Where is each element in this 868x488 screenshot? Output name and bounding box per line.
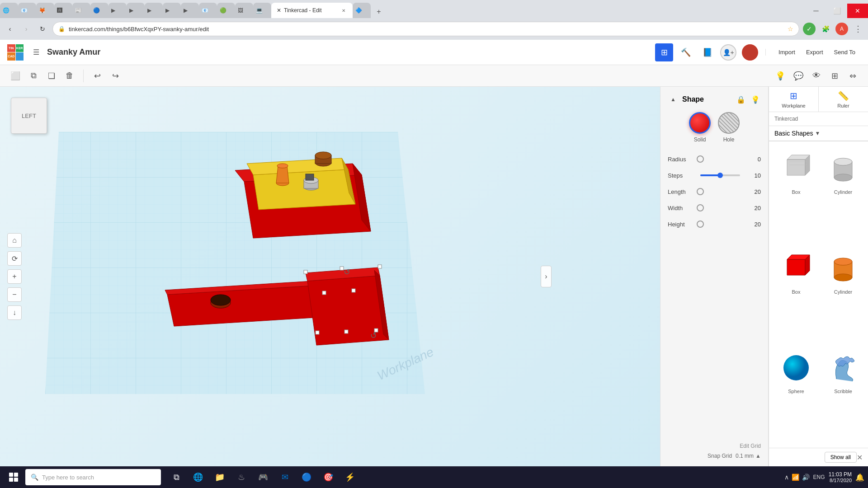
edge-button[interactable]: 🌐 xyxy=(188,467,208,487)
height-radio[interactable] xyxy=(697,221,704,228)
tinkercad-logo[interactable]: TIN KER CAD xyxy=(7,44,24,61)
undo-button[interactable]: ↩ xyxy=(89,68,105,84)
view-cube[interactable]: LEFT xyxy=(11,98,47,134)
shape-item-orange-cylinder[interactable]: Cylinder xyxy=(821,247,865,343)
url-input[interactable]: 🔒 tinkercad.com/things/b6BfwcXqxPY-swank… xyxy=(52,22,799,36)
send-to-button[interactable]: Send To xyxy=(829,49,861,56)
profile-button[interactable]: A xyxy=(835,23,848,35)
ruler-button[interactable]: 📏 Ruler xyxy=(819,87,868,112)
delete-button[interactable]: 🗑 xyxy=(61,68,78,84)
redo-button[interactable]: ↪ xyxy=(107,68,123,84)
home-button[interactable]: ⌂ xyxy=(7,233,22,248)
mirror-button[interactable]: ⇔ xyxy=(844,68,861,84)
tab-17[interactable]: 🔷 xyxy=(353,3,371,18)
minimize-button[interactable]: ─ xyxy=(806,4,826,18)
zoom-out-button[interactable]: − xyxy=(7,287,22,302)
tab-2[interactable]: 📧 xyxy=(18,3,36,18)
tab-7[interactable]: ▶ xyxy=(108,3,127,18)
steps-slider-thumb[interactable] xyxy=(717,173,723,178)
fit-button[interactable]: ↓ xyxy=(7,305,22,320)
hole-option[interactable]: Hole xyxy=(718,112,740,143)
arduino-button[interactable]: ⚡ xyxy=(340,467,360,487)
shape-panel-toggle[interactable]: › xyxy=(541,266,552,287)
zoom-in-button[interactable]: + xyxy=(7,269,22,284)
tab-1[interactable]: 🌐 xyxy=(0,3,18,18)
browser-profile[interactable]: ✓ xyxy=(803,23,816,35)
notification-button[interactable]: 🔔 xyxy=(855,473,864,482)
add-user-button[interactable]: 👤+ xyxy=(720,44,736,61)
chrome-button[interactable]: 🔵 xyxy=(297,467,316,487)
bookmark-icon[interactable]: ☆ xyxy=(788,25,793,33)
close-panel-button[interactable]: ✕ xyxy=(857,453,863,462)
snap-grid-value[interactable]: 0.1 mm ▲ xyxy=(736,453,761,459)
shape-item-gray-box[interactable]: Box xyxy=(774,147,818,243)
tab-15[interactable]: 💻 xyxy=(253,3,271,18)
new-tab-button[interactable]: + xyxy=(373,5,385,18)
tab-active-tinkercad[interactable]: ✕ Tinkercad - Edit ✕ xyxy=(271,3,353,18)
language-indicator[interactable]: ENG xyxy=(813,474,825,480)
import-button[interactable]: Import xyxy=(773,49,801,56)
light-button[interactable]: 💡 xyxy=(772,68,788,84)
export-button[interactable]: Export xyxy=(801,49,829,56)
menu-icon[interactable]: ☰ xyxy=(29,45,43,60)
align-button[interactable]: ⊞ xyxy=(826,68,843,84)
viewport[interactable]: ↺ ↺ Workplane LEFT ⌂ ⟳ + − ↓ › xyxy=(0,87,660,466)
search-bar[interactable]: 🔍 Type here to search xyxy=(25,469,161,485)
copy-button[interactable]: ⧉ xyxy=(25,68,42,84)
length-radio[interactable] xyxy=(697,188,704,195)
file-explorer-button[interactable]: 📁 xyxy=(210,467,230,487)
collapse-shape-panel[interactable]: ▲ xyxy=(668,94,679,105)
new-shape-button[interactable]: ⬜ xyxy=(7,68,24,84)
target-button[interactable]: 🎯 xyxy=(318,467,338,487)
width-radio[interactable] xyxy=(697,204,704,211)
book-button[interactable]: 📘 xyxy=(698,43,717,61)
maximize-button[interactable]: ⬜ xyxy=(826,4,847,18)
tab-13[interactable]: 🟢 xyxy=(217,3,235,18)
edit-grid-link[interactable]: Edit Grid xyxy=(668,443,761,449)
comment-button[interactable]: 💬 xyxy=(790,68,807,84)
extensions-button[interactable]: 🧩 xyxy=(819,23,832,35)
search-input[interactable]: Type here to search xyxy=(42,474,94,481)
user-avatar[interactable] xyxy=(742,44,758,61)
mail-button[interactable]: ✉ xyxy=(275,467,295,487)
close-button[interactable]: ✕ xyxy=(847,4,868,18)
xbox-button[interactable]: 🎮 xyxy=(253,467,273,487)
radius-radio[interactable] xyxy=(697,155,704,163)
tab-12[interactable]: 📧 xyxy=(199,3,217,18)
network-icon[interactable]: 📶 xyxy=(792,474,799,481)
forward-button[interactable]: › xyxy=(20,23,33,35)
steam-button[interactable]: ♨ xyxy=(231,467,251,487)
category-dropdown[interactable]: Basic Shapes ▼ xyxy=(774,130,821,137)
show-all-button[interactable]: Show all xyxy=(825,452,857,463)
reload-button[interactable]: ↻ xyxy=(36,23,49,35)
build-button[interactable]: 🔨 xyxy=(677,43,695,61)
grid-view-button[interactable]: ⊞ xyxy=(655,43,673,61)
tab-4[interactable]: 🅰 xyxy=(54,3,72,18)
bulb-icon[interactable]: 💡 xyxy=(750,94,761,105)
tab-close-btn[interactable]: ✕ xyxy=(340,7,347,14)
tab-5[interactable]: 📰 xyxy=(72,3,90,18)
workplane-button[interactable]: ⊞ Workplane xyxy=(769,87,819,112)
start-button[interactable] xyxy=(4,467,24,487)
shape-item-gray-cylinder[interactable]: Cylinder xyxy=(821,147,865,243)
shape-item-red-box[interactable]: Box xyxy=(774,247,818,343)
duplicate-button[interactable]: ❏ xyxy=(43,68,60,84)
clock[interactable]: 11:03 PM 8/17/2020 xyxy=(829,471,852,483)
tab-3[interactable]: 🦊 xyxy=(36,3,54,18)
shape-item-scribble[interactable]: Scribble xyxy=(821,346,865,442)
chevron-up-tray-icon[interactable]: ∧ xyxy=(784,474,789,481)
tab-11[interactable]: ▶ xyxy=(181,3,199,18)
sound-icon[interactable]: 🔊 xyxy=(802,474,810,481)
tab-10[interactable]: ▶ xyxy=(163,3,181,18)
view-eye-button[interactable]: 👁 xyxy=(808,68,825,84)
solid-option[interactable]: Solid xyxy=(689,112,711,143)
rotate-button[interactable]: ⟳ xyxy=(7,251,22,266)
tab-14[interactable]: 🖼 xyxy=(235,3,253,18)
tab-9[interactable]: ▶ xyxy=(145,3,163,18)
lock-icon[interactable]: 🔒 xyxy=(736,94,746,105)
shape-item-blue-sphere[interactable]: Sphere xyxy=(774,346,818,442)
back-button[interactable]: ‹ xyxy=(4,23,16,35)
browser-menu-button[interactable]: ⋮ xyxy=(852,23,864,35)
tab-8[interactable]: ▶ xyxy=(127,3,145,18)
tab-6[interactable]: 🔵 xyxy=(90,3,108,18)
